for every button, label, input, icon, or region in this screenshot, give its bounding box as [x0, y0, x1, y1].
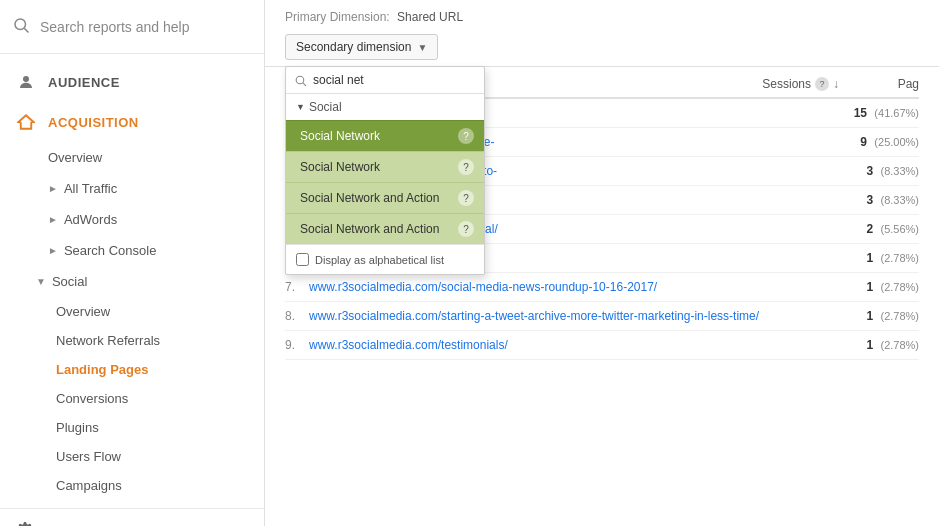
secondary-dimension-label: Secondary dimension [296, 40, 411, 54]
sidebar-item-social[interactable]: ▼ Social [0, 266, 264, 297]
dropdown-section-header: ▼ Social [286, 94, 484, 120]
dropdown-item-social-network-action-1[interactable]: Social Network and Action ? [286, 182, 484, 213]
alphabetical-label: Display as alphabetical list [315, 254, 444, 266]
dropdown-search-input[interactable] [313, 73, 476, 87]
dropdown-item-label-4: Social Network and Action [300, 222, 439, 236]
help-icon-1[interactable]: ? [458, 128, 474, 144]
row-sessions: 1 (2.78%) [779, 309, 919, 323]
dimension-dropdown: ▼ Social Social Network ? Social Network… [285, 66, 485, 275]
table-row: 7. www.r3socialmedia.com/social-media-ne… [285, 273, 919, 302]
svg-point-2 [23, 76, 29, 82]
sidebar-item-conversions[interactable]: Conversions [0, 384, 264, 413]
primary-dimension-label: Primary Dimension: [285, 10, 390, 24]
row-url[interactable]: www.r3socialmedia.com/social-media-news-… [309, 280, 779, 294]
sidebar-item-users-flow[interactable]: Users Flow [0, 442, 264, 471]
sidebar-item-all-traffic[interactable]: ► All Traffic [0, 173, 264, 204]
sidebar-item-acquisition[interactable]: ACQUISITION [0, 102, 264, 142]
person-icon [16, 72, 36, 92]
arrow-right-icon: ► [48, 183, 58, 194]
search-icon [12, 16, 30, 37]
svg-point-0 [15, 19, 26, 30]
arrow-down-icon-social: ▼ [36, 276, 46, 287]
row-sessions: 3 (8.33%) [779, 193, 919, 207]
main-header: Primary Dimension: Shared URL Secondary … [265, 0, 939, 67]
alphabetical-checkbox[interactable] [296, 253, 309, 266]
sessions-help-icon[interactable]: ? [815, 77, 829, 91]
row-num: 9. [285, 338, 309, 352]
sidebar-item-adwords[interactable]: ► AdWords [0, 204, 264, 235]
svg-point-3 [296, 76, 304, 84]
col-header-sessions[interactable]: Sessions ? ↓ [699, 77, 839, 91]
sidebar: Search reports and help AUDIENCE ACQUISI… [0, 0, 265, 526]
chevron-down-icon: ▼ [417, 42, 427, 53]
acquisition-icon [16, 112, 36, 132]
social-label: Social [52, 274, 87, 289]
sidebar-nav: AUDIENCE ACQUISITION Overview ► All Traf… [0, 54, 264, 508]
audience-label: AUDIENCE [48, 75, 120, 90]
admin-button[interactable] [0, 508, 264, 526]
row-num: 8. [285, 309, 309, 323]
arrow-right-icon-adwords: ► [48, 214, 58, 225]
dropdown-footer: Display as alphabetical list [286, 244, 484, 274]
sidebar-item-audience[interactable]: AUDIENCE [0, 62, 264, 102]
svg-line-1 [24, 28, 28, 32]
dropdown-item-label-2: Social Network [300, 160, 380, 174]
dropdown-item-social-network-action-2[interactable]: Social Network and Action ? [286, 213, 484, 244]
triangle-icon: ▼ [296, 102, 305, 112]
row-sessions: 1 (2.78%) [779, 280, 919, 294]
gear-icon [16, 521, 34, 526]
table-row: 8. www.r3socialmedia.com/starting-a-twee… [285, 302, 919, 331]
help-icon-4[interactable]: ? [458, 221, 474, 237]
sidebar-item-social-overview[interactable]: Overview [0, 297, 264, 326]
sidebar-item-landing-pages[interactable]: Landing Pages [0, 355, 264, 384]
row-sessions: 1 (2.78%) [779, 338, 919, 352]
dropdown-item-social-network-1[interactable]: Social Network ? [286, 120, 484, 151]
sidebar-item-search-console[interactable]: ► Search Console [0, 235, 264, 266]
search-label: Search reports and help [40, 19, 189, 35]
dropdown-item-label-3: Social Network and Action [300, 191, 439, 205]
secondary-dimension-button[interactable]: Secondary dimension ▼ [285, 34, 438, 60]
primary-dimension-value: Shared URL [397, 10, 463, 24]
dropdown-item-label: Social Network [300, 129, 380, 143]
help-icon-2[interactable]: ? [458, 159, 474, 175]
row-sessions: 2 (5.56%) [779, 222, 919, 236]
row-sessions: 1 (2.78%) [779, 251, 919, 265]
arrow-right-icon-sc: ► [48, 245, 58, 256]
main-content: Primary Dimension: Shared URL Secondary … [265, 0, 939, 526]
row-url[interactable]: www.r3socialmedia.com/testimonials/ [309, 338, 779, 352]
table-row: 9. www.r3socialmedia.com/testimonials/ 1… [285, 331, 919, 360]
search-bar[interactable]: Search reports and help [0, 0, 264, 54]
sidebar-item-network-referrals[interactable]: Network Referrals [0, 326, 264, 355]
dropdown-search[interactable] [286, 67, 484, 94]
row-num: 7. [285, 280, 309, 294]
primary-dimension: Primary Dimension: Shared URL [285, 10, 919, 24]
row-sessions: 9 (25.00%) [779, 135, 919, 149]
help-icon-3[interactable]: ? [458, 190, 474, 206]
dropdown-search-icon [294, 74, 307, 87]
row-sessions: 15 (41.67%) [779, 106, 919, 120]
sidebar-item-plugins[interactable]: Plugins [0, 413, 264, 442]
dropdown-item-social-network-2[interactable]: Social Network ? [286, 151, 484, 182]
col-header-pages: Pag [839, 77, 919, 91]
row-url[interactable]: www.r3socialmedia.com/starting-a-tweet-a… [309, 309, 779, 323]
sidebar-item-campaigns[interactable]: Campaigns [0, 471, 264, 500]
svg-line-4 [303, 82, 306, 85]
dropdown-section-label: Social [309, 100, 342, 114]
row-sessions: 3 (8.33%) [779, 164, 919, 178]
sidebar-item-overview[interactable]: Overview [0, 142, 264, 173]
acquisition-label: ACQUISITION [48, 115, 139, 130]
secondary-dimension-row: Secondary dimension ▼ ▼ Social Soc [285, 34, 919, 60]
